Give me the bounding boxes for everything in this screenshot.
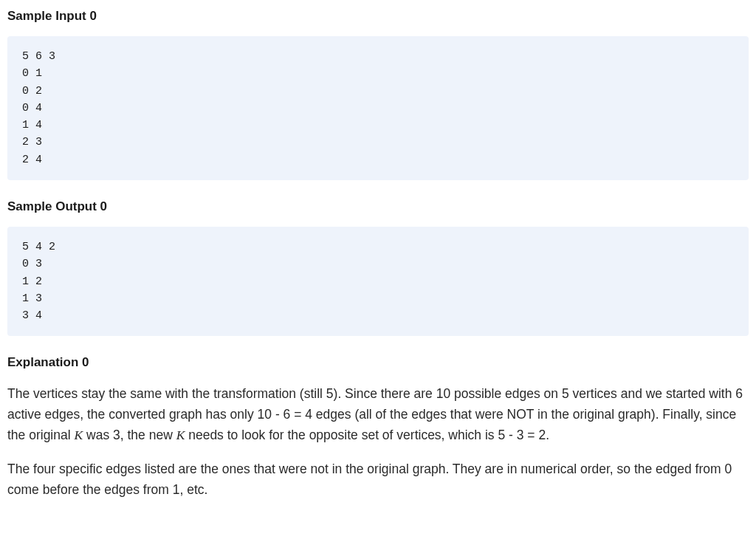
sample-output-code: 5 4 2 0 3 1 2 1 3 3 4 bbox=[7, 227, 749, 336]
math-variable-k-1: K bbox=[74, 428, 83, 442]
sample-input-heading: Sample Input 0 bbox=[7, 6, 749, 26]
explanation-heading: Explanation 0 bbox=[7, 352, 749, 372]
sample-input-code: 5 6 3 0 1 0 2 0 4 1 4 2 3 2 4 bbox=[7, 36, 749, 180]
explanation-text-1b: was 3, the new bbox=[83, 428, 176, 442]
explanation-text-1c: needs to look for the opposite set of ve… bbox=[185, 428, 549, 442]
explanation-paragraph-1: The vertices stay the same with the tran… bbox=[7, 383, 749, 445]
math-variable-k-2: K bbox=[176, 428, 185, 442]
explanation-paragraph-2: The four specific edges listed are the o… bbox=[7, 459, 749, 500]
sample-output-heading: Sample Output 0 bbox=[7, 196, 749, 216]
